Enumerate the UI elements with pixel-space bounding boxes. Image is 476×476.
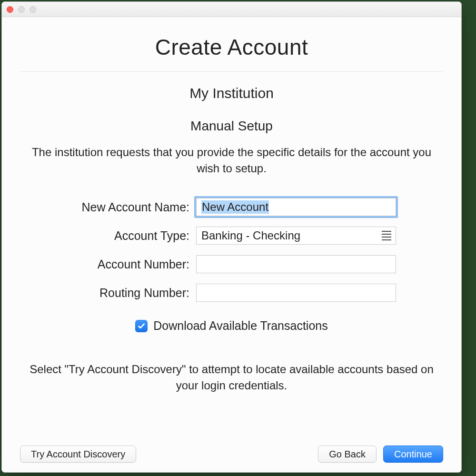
- account-type-field[interactable]: Banking - Checking: [196, 227, 396, 245]
- divider: [20, 71, 443, 72]
- continue-button[interactable]: Continue: [383, 446, 443, 463]
- account-type-label: Account Type:: [20, 229, 196, 243]
- check-icon: [137, 322, 146, 330]
- section-description: The institution requests that you provid…: [25, 144, 438, 176]
- go-back-button[interactable]: Go Back: [318, 446, 377, 463]
- account-name-field[interactable]: New Account: [196, 198, 396, 216]
- page-title: Create Account: [20, 34, 443, 60]
- account-number-field[interactable]: [196, 255, 396, 273]
- discovery-description: Select "Try Account Discovery" to attemp…: [30, 361, 434, 393]
- minimize-icon[interactable]: [18, 6, 25, 13]
- download-transactions-checkbox[interactable]: [135, 320, 148, 332]
- download-transactions-label: Download Available Transactions: [153, 319, 327, 333]
- routing-number-label: Routing Number:: [20, 286, 196, 300]
- titlebar: [2, 2, 461, 17]
- close-icon[interactable]: [7, 6, 13, 13]
- menu-icon[interactable]: [380, 231, 393, 240]
- dialog-content: Create Account My Institution Manual Set…: [2, 17, 461, 472]
- account-type-value: Banking - Checking: [201, 229, 300, 242]
- account-number-label: Account Number:: [20, 258, 196, 271]
- section-title: Manual Setup: [20, 119, 443, 134]
- dialog-window: Create Account My Institution Manual Set…: [1, 1, 462, 473]
- try-account-discovery-button[interactable]: Try Account Discovery: [20, 446, 136, 463]
- account-name-value: New Account: [201, 200, 269, 214]
- institution-name: My Institution: [20, 85, 443, 101]
- download-transactions-row: Download Available Transactions: [20, 319, 443, 333]
- button-row: Try Account Discovery Go Back Continue: [20, 446, 443, 463]
- account-form: New Account Name: New Account Account Ty…: [20, 198, 443, 302]
- account-name-label: New Account Name:: [20, 200, 196, 214]
- maximize-icon[interactable]: [30, 6, 36, 13]
- routing-number-field[interactable]: [196, 284, 396, 302]
